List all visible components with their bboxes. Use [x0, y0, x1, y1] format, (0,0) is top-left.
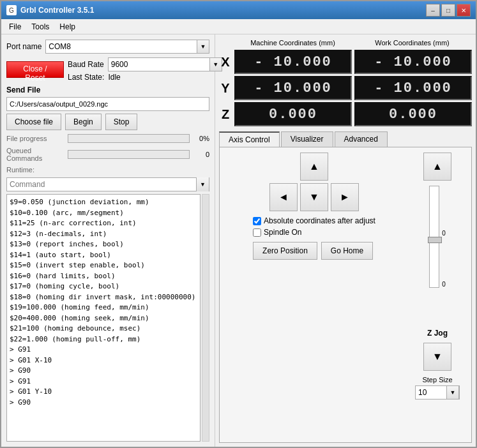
- stop-button[interactable]: Stop: [105, 114, 138, 130]
- y-displays: - 10.000 - 10.000: [234, 76, 472, 100]
- window-close-button[interactable]: ✕: [457, 4, 471, 17]
- file-progress-bar: [68, 134, 190, 143]
- z-jog-label: Z Jog: [427, 329, 448, 338]
- jog-up-button[interactable]: ▲: [300, 153, 328, 181]
- jog-down-button[interactable]: ▼: [300, 183, 328, 211]
- command-input[interactable]: [7, 179, 196, 190]
- go-home-button[interactable]: Go Home: [321, 242, 373, 260]
- absolute-coords-row: Absolute coordinates after adjust: [253, 216, 375, 225]
- close-reset-button[interactable]: Close / Reset: [6, 61, 64, 78]
- log-line: $21=100 (homing debounce, msec): [10, 324, 197, 334]
- log-line: > G01 Y-10: [10, 387, 197, 398]
- z-jog-area: ▲ 0 0 Z Jog ▼: [409, 153, 466, 437]
- coordinates-display: X - 10.000 - 10.000 Y - 10.000 - 10.000: [219, 50, 472, 126]
- baud-input[interactable]: [108, 57, 209, 71]
- menu-bar: File Tools Help: [1, 19, 476, 34]
- x-machine-display: - 10.000: [234, 50, 352, 74]
- begin-button[interactable]: Begin: [65, 114, 102, 130]
- file-progress-label: File progress: [6, 135, 64, 142]
- step-size-section: Step Size ▼: [415, 376, 460, 399]
- menu-help[interactable]: Help: [54, 21, 80, 33]
- log-line: $17=0 (homing cycle, bool): [10, 281, 197, 292]
- x-coord-row: X - 10.000 - 10.000: [219, 50, 472, 74]
- file-progress-pct: 0%: [193, 135, 209, 142]
- work-coords-header: Work Coordinates (mm): [375, 39, 450, 47]
- last-state-value: Idle: [108, 73, 120, 82]
- z-slider[interactable]: [429, 186, 439, 288]
- log-line: $22=1.000 (homing pull-off, mm): [10, 334, 197, 345]
- z-machine-display: 0.000: [234, 102, 352, 126]
- command-section: ▼ $9=0.050 (junction deviation, mm)$10=0…: [6, 177, 209, 442]
- port-dropdown-arrow[interactable]: ▼: [197, 40, 209, 54]
- jog-right-button[interactable]: ►: [331, 183, 359, 211]
- tab-bar: Axis Control Visualizer Advanced: [219, 130, 472, 147]
- z-jog-down-button[interactable]: ▼: [423, 343, 451, 371]
- tab-visualizer[interactable]: Visualizer: [281, 131, 333, 147]
- file-path-input[interactable]: [6, 97, 209, 111]
- main-window: G Grbl Controller 3.5.1 – □ ✕ File Tools…: [0, 0, 477, 448]
- port-dropdown[interactable]: ▼: [45, 40, 209, 54]
- spindle-on-checkbox[interactable]: [253, 228, 261, 237]
- log-line: $9=0.050 (junction deviation, mm): [10, 197, 197, 208]
- z-coord-row: Z 0.000 0.000: [219, 102, 472, 126]
- log-line: > G90: [10, 398, 197, 408]
- machine-coords-header: Machine Coordinates (mm): [250, 39, 335, 47]
- title-bar-left: G Grbl Controller 3.5.1: [6, 5, 94, 15]
- log-line: $11=25 (n-arc correction, int): [10, 218, 197, 229]
- command-log[interactable]: $9=0.050 (junction deviation, mm)$10=0.1…: [6, 194, 201, 442]
- log-scrollbar[interactable]: [202, 194, 209, 442]
- log-line: $19=100.000 (homing feed, mm/min): [10, 302, 197, 313]
- log-line: > G91: [10, 345, 197, 355]
- close-baud-row: Close / Reset Baud Rate ▼ Last State: Id…: [6, 57, 209, 82]
- baud-label: Baud Rate: [68, 60, 104, 69]
- log-line: > G91: [10, 377, 197, 387]
- log-line: $16=0 (hard limits, bool): [10, 271, 197, 282]
- maximize-button[interactable]: □: [441, 4, 455, 17]
- z-zero-top: 0: [442, 230, 446, 237]
- y-axis-label: Y: [219, 81, 232, 96]
- absolute-coords-label: Absolute coordinates after adjust: [264, 216, 375, 225]
- menu-tools[interactable]: Tools: [26, 21, 54, 33]
- minimize-button[interactable]: –: [426, 4, 440, 17]
- log-line: > G01 X-10: [10, 355, 197, 366]
- tab-advanced[interactable]: Advanced: [335, 131, 388, 147]
- log-container: $9=0.050 (junction deviation, mm)$10=0.1…: [6, 194, 209, 442]
- jog-left-button[interactable]: ◄: [269, 183, 298, 211]
- port-row: Port name ▼: [6, 40, 209, 54]
- baud-row: Baud Rate ▼: [68, 57, 222, 71]
- menu-file[interactable]: File: [4, 21, 26, 33]
- x-work-display: - 10.000: [354, 50, 472, 74]
- runtime-label: Runtime:: [6, 166, 34, 174]
- app-icon: G: [6, 5, 17, 15]
- baud-dropdown[interactable]: ▼: [108, 57, 222, 71]
- choose-file-button[interactable]: Choose file: [6, 114, 61, 130]
- step-size-dropdown-arrow[interactable]: ▼: [446, 385, 459, 399]
- queued-value: 0: [193, 151, 209, 158]
- log-line: $15=0 (invert step enable, bool): [10, 260, 197, 271]
- bottom-controls: Absolute coordinates after adjust Spindl…: [253, 216, 375, 260]
- z-displays: 0.000 0.000: [234, 102, 472, 126]
- port-input[interactable]: [45, 40, 197, 54]
- x-displays: - 10.000 - 10.000: [234, 50, 472, 74]
- command-dropdown[interactable]: ▼: [6, 177, 209, 191]
- z-axis-label: Z: [219, 107, 232, 122]
- z-jog-up-button[interactable]: ▲: [423, 153, 451, 181]
- port-label: Port name: [6, 42, 42, 51]
- z-zero-bottom: 0: [442, 281, 446, 288]
- zero-position-button[interactable]: Zero Position: [253, 242, 317, 260]
- title-buttons: – □ ✕: [426, 4, 471, 17]
- log-line: $12=3 (n-decimals, int): [10, 229, 197, 240]
- left-panel: Port name ▼ Close / Reset Baud Rate ▼: [1, 34, 215, 447]
- log-line: > G90: [10, 366, 197, 377]
- log-line: $14=1 (auto start, bool): [10, 250, 197, 261]
- absolute-coords-checkbox[interactable]: [253, 217, 261, 225]
- action-buttons: Zero Position Go Home: [253, 242, 375, 260]
- command-dropdown-arrow[interactable]: ▼: [196, 177, 209, 191]
- step-size-input[interactable]: [416, 387, 446, 398]
- tab-axis-control[interactable]: Axis Control: [219, 131, 280, 147]
- step-size-dropdown[interactable]: ▼: [415, 385, 460, 399]
- last-state-label: Last State:: [68, 73, 104, 82]
- log-line: $10=0.100 (arc, mm/segment): [10, 208, 197, 219]
- z-work-display: 0.000: [354, 102, 472, 126]
- tabs-section: Axis Control Visualizer Advanced ▲ ◄: [219, 130, 472, 443]
